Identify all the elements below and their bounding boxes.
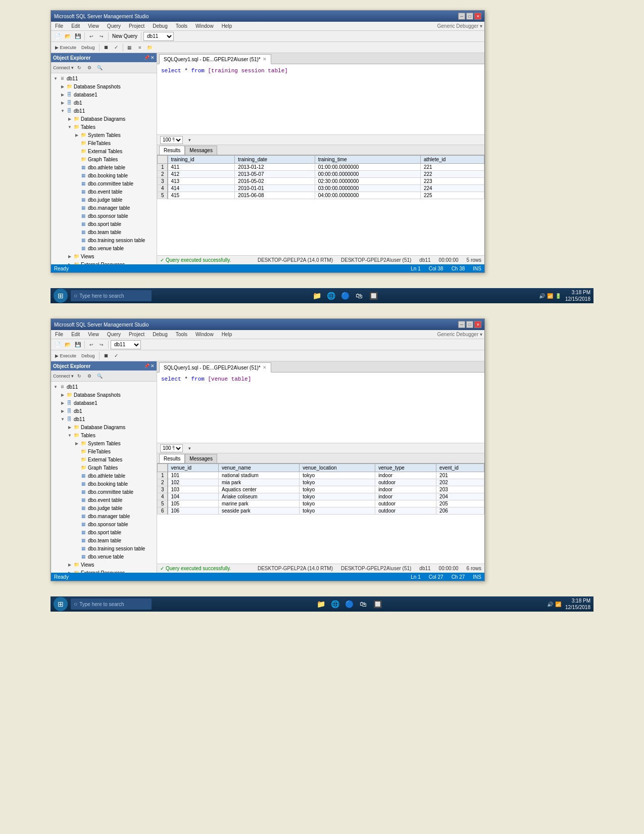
start-button-2[interactable]: ⊞ <box>54 597 68 611</box>
tree-sys-1[interactable]: ▶ 📁 System Tables <box>51 131 157 139</box>
taskbar-icon-file-2[interactable]: 📁 <box>315 598 327 610</box>
zoom-select-1[interactable]: 100 % <box>160 136 183 144</box>
menu-window-1[interactable]: Window <box>193 23 216 29</box>
save-btn-1[interactable]: 💾 <box>73 32 82 41</box>
debug-btn-1[interactable]: Debug <box>79 43 97 52</box>
results-tab-results-1[interactable]: Results <box>159 146 185 155</box>
tree-snapshots-1[interactable]: ▶ 📁 Database Snapshots <box>51 82 157 90</box>
menu-view-1[interactable]: View <box>86 23 101 29</box>
tree-training-2[interactable]: ▦ dbo.training session table <box>51 544 157 552</box>
new-query-btn-1[interactable]: 📄 <box>53 32 62 41</box>
tree-db11-2[interactable]: ▼ 🗄 db11 <box>51 415 157 423</box>
tree-training-1[interactable]: ▦ dbo.training session table <box>51 236 157 244</box>
tab-close-2[interactable]: ✕ <box>263 365 267 370</box>
oe-connect-btn-1[interactable]: Connect ▾ <box>53 63 74 72</box>
menu-query-2[interactable]: Query <box>105 331 123 338</box>
menu-tools-2[interactable]: Tools <box>174 331 189 338</box>
tree-db11-1[interactable]: ▼ 🗄 db11 <box>51 107 157 115</box>
menu-project-2[interactable]: Project <box>127 331 146 338</box>
taskbar-search-1[interactable]: ○ Type here to search <box>71 290 152 301</box>
menu-file-2[interactable]: File <box>53 331 65 338</box>
zoom-out-2[interactable]: ▾ <box>185 444 194 453</box>
tree-manager-1[interactable]: ▦ dbo.manager table <box>51 204 157 212</box>
query-tab-2[interactable]: SQLQuery1.sql - DE...GPELP2A\user (51)* … <box>159 362 271 373</box>
open-btn-1[interactable]: 📂 <box>63 32 72 41</box>
menu-debug-1[interactable]: Debug <box>151 23 169 29</box>
close-btn-2[interactable]: ✕ <box>474 321 481 328</box>
redo-btn-1[interactable]: ↪ <box>97 32 106 41</box>
tree-ext-2[interactable]: 📁 External Tables <box>51 455 157 464</box>
tree-judge-1[interactable]: ▦ dbo.judge table <box>51 196 157 204</box>
menu-debug-2[interactable]: Debug <box>151 331 169 338</box>
db-dropdown-1[interactable]: db11 <box>143 32 174 41</box>
oe-summary-btn-2[interactable]: 🔍 <box>95 372 104 381</box>
taskbar-icon-file-1[interactable]: 📁 <box>311 290 323 302</box>
oe-refresh-btn-2[interactable]: ↻ <box>75 372 84 381</box>
debug-btn-2[interactable]: Debug <box>79 351 97 360</box>
tree-booking-1[interactable]: ▦ dbo.booking table <box>51 171 157 179</box>
parse-btn-1[interactable]: ✓ <box>112 43 121 52</box>
tree-team-1[interactable]: ▦ dbo.team table <box>51 228 157 236</box>
stop-btn-1[interactable]: ⏹ <box>102 43 111 52</box>
results-to-text-1[interactable]: ≡ <box>135 43 144 52</box>
taskbar-icon-edge-2[interactable]: 🌐 <box>329 598 341 610</box>
new-query-btn-2[interactable]: 📄 <box>53 340 62 349</box>
execute-btn-2[interactable]: ▶ Execute <box>53 351 78 360</box>
tree-diagrams-1[interactable]: ▶ 📁 Database Diagrams <box>51 115 157 123</box>
tree-db1-1[interactable]: ▶ 🗄 database1 <box>51 90 157 99</box>
tree-snapshots-2[interactable]: ▶ 📁 Database Snapshots <box>51 391 157 399</box>
tree-graph-2[interactable]: 📁 Graph Tables <box>51 464 157 472</box>
tree-team-2[interactable]: ▦ dbo.team table <box>51 536 157 544</box>
redo-btn-2[interactable]: ↪ <box>97 340 106 349</box>
tree-tables-1[interactable]: ▼ 📁 Tables <box>51 123 157 131</box>
undo-btn-1[interactable]: ↩ <box>87 32 96 41</box>
oe-summary-btn-1[interactable]: 🔍 <box>95 63 104 72</box>
tree-athlete-2[interactable]: ▦ dbo.athlete table <box>51 472 157 480</box>
menu-project-1[interactable]: Project <box>127 23 146 29</box>
tree-server-1[interactable]: ▼ 🖥 db11 <box>51 74 157 82</box>
maximize-btn-2[interactable]: □ <box>466 321 473 328</box>
menu-help-2[interactable]: Help <box>220 331 234 338</box>
menu-help-1[interactable]: Help <box>220 23 234 29</box>
oe-pin-2[interactable]: 📌 <box>144 363 150 368</box>
tree-db1-2[interactable]: ▶ 🗄 database1 <box>51 399 157 407</box>
menu-edit-1[interactable]: Edit <box>69 23 82 29</box>
taskbar-icon-ssms-2[interactable]: 🔲 <box>371 598 383 610</box>
tree-extres-1[interactable]: ▶ 📁 External Resources <box>51 260 157 264</box>
taskbar-icon-chrome-2[interactable]: 🔵 <box>343 598 355 610</box>
close-btn-1[interactable]: ✕ <box>474 13 481 20</box>
maximize-btn-1[interactable]: □ <box>466 13 473 20</box>
oe-connect-btn-2[interactable]: Connect ▾ <box>53 372 74 381</box>
results-tab-messages-1[interactable]: Messages <box>185 146 217 155</box>
tree-committee-1[interactable]: ▦ dbo.committee table <box>51 179 157 188</box>
tree-file-2[interactable]: 📁 FileTables <box>51 447 157 455</box>
tree-file-1[interactable]: 📁 FileTables <box>51 139 157 147</box>
tree-judge-2[interactable]: ▦ dbo.judge table <box>51 504 157 512</box>
tree-booking-2[interactable]: ▦ dbo.booking table <box>51 480 157 488</box>
tree-sponsor-1[interactable]: ▦ dbo.sponsor table <box>51 212 157 220</box>
query-tab-1[interactable]: SQLQuery1.sql - DE...GPELP2A\user (51)* … <box>159 54 271 64</box>
zoom-out-1[interactable]: ▾ <box>185 135 194 145</box>
tree-graph-1[interactable]: 📁 Graph Tables <box>51 155 157 163</box>
db-dropdown-2[interactable]: db11 <box>111 340 141 349</box>
zoom-select-2[interactable]: 100 % <box>160 444 183 452</box>
tree-manager-2[interactable]: ▦ dbo.manager table <box>51 512 157 520</box>
oe-filter-btn-1[interactable]: ⚙ <box>85 63 94 72</box>
parse-btn-2[interactable]: ✓ <box>112 351 121 360</box>
menu-edit-2[interactable]: Edit <box>69 331 82 338</box>
tree-views-1[interactable]: ▶ 📁 Views <box>51 252 157 260</box>
menu-view-2[interactable]: View <box>86 331 101 338</box>
tree-sport-1[interactable]: ▦ dbo.sport table <box>51 220 157 228</box>
query-editor-2[interactable]: select * from [venue table] <box>157 373 484 443</box>
tree-athlete-1[interactable]: ▦ dbo.athlete table <box>51 163 157 171</box>
taskbar-icon-edge-1[interactable]: 🌐 <box>325 290 337 302</box>
tree-event-1[interactable]: ▦ dbo.event table <box>51 188 157 196</box>
minimize-btn-2[interactable]: ─ <box>458 321 465 328</box>
save-btn-2[interactable]: 💾 <box>73 340 82 349</box>
menu-tools-1[interactable]: Tools <box>174 23 189 29</box>
tree-extres-2[interactable]: ▶ 📁 External Resources <box>51 569 157 573</box>
oe-filter-btn-2[interactable]: ⚙ <box>85 372 94 381</box>
results-to-grid-1[interactable]: ▦ <box>125 43 134 52</box>
execute-btn-1[interactable]: ▶ Execute <box>53 43 78 52</box>
menu-window-2[interactable]: Window <box>193 331 216 338</box>
